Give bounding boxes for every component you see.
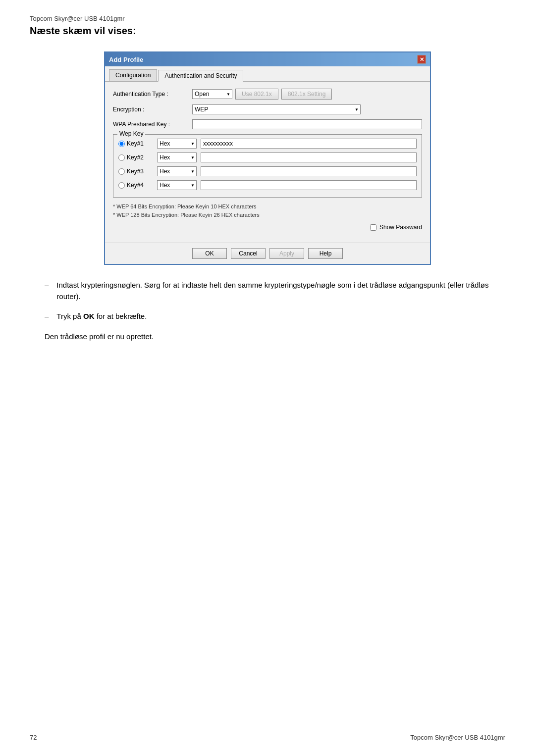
close-button[interactable]: ✕ [417, 55, 426, 64]
key4-value-input[interactable] [201, 180, 417, 190]
key1-value-input[interactable] [201, 139, 417, 149]
dialog-body: Authentication Type : Open Shared WPA WP… [105, 82, 430, 243]
bullet-dash-1: – [45, 280, 49, 302]
bullet2-post: for at bekræfte. [94, 312, 147, 320]
key2-text: Key#2 [127, 154, 144, 161]
key1-text: Key#1 [127, 140, 144, 147]
show-password-row: Show Passward [113, 224, 422, 231]
dialog-footer: OK Cancel Apply Help [105, 243, 430, 264]
dialog-titlebar: Add Profile ✕ [105, 52, 430, 66]
key1-radio[interactable] [118, 141, 125, 147]
setting-802-button[interactable]: 802.1x Setting [281, 89, 332, 100]
key3-label[interactable]: Key#3 [118, 168, 153, 175]
encryption-label: Encryption : [113, 106, 192, 113]
encryption-row: Encryption : None WEP TKIP AES [113, 104, 422, 114]
bullet2-pre: Tryk på [56, 312, 83, 320]
bullet-dash-2: – [45, 311, 49, 322]
key4-format-wrapper: Hex ASCII [157, 180, 197, 190]
key2-format-select[interactable]: Hex ASCII [157, 152, 197, 162]
auth-type-row: Authentication Type : Open Shared WPA WP… [113, 89, 422, 100]
auth-type-label: Authentication Type : [113, 91, 192, 98]
page-number: 72 [30, 734, 37, 741]
encryption-note: * WEP 64 Bits Encryption: Please Keyin 1… [113, 202, 422, 219]
key3-value-input[interactable] [201, 166, 417, 176]
page-header-top: Topcom Skyr@cer USB 4101gmr [30, 15, 505, 22]
key2-row: Key#2 Hex ASCII [118, 152, 417, 162]
show-password-label[interactable]: Show Passward [379, 224, 422, 231]
cancel-button[interactable]: Cancel [231, 248, 266, 259]
key1-label[interactable]: Key#1 [118, 140, 153, 147]
key2-value-input[interactable] [201, 152, 417, 162]
page-footer: 72 Topcom Skyr@cer USB 4101gmr [30, 724, 505, 741]
auth-type-controls: Open Shared WPA WPA-PSK Use 802.1x 802.1… [192, 89, 422, 100]
key3-radio[interactable] [118, 168, 125, 175]
dialog-title: Add Profile [109, 56, 143, 63]
key3-format-wrapper: Hex ASCII [157, 166, 197, 176]
key1-row: Key#1 Hex ASCII [118, 139, 417, 149]
auth-type-select[interactable]: Open Shared WPA WPA-PSK [192, 89, 232, 99]
add-profile-dialog: Add Profile ✕ Configuration Authenticati… [104, 51, 431, 265]
use-802-button[interactable]: Use 802.1x [235, 89, 278, 100]
key3-text: Key#3 [127, 168, 144, 175]
key3-row: Key#3 Hex ASCII [118, 166, 417, 176]
apply-button[interactable]: Apply [269, 248, 304, 259]
note-line1: * WEP 64 Bits Encryption: Please Keyin 1… [113, 202, 422, 211]
wep-group-title: Wep Key [117, 130, 145, 137]
tab-configuration[interactable]: Configuration [109, 69, 157, 81]
key4-row: Key#4 Hex ASCII [118, 180, 417, 190]
dialog-tabs: Configuration Authentication and Securit… [105, 66, 430, 82]
bullet-item-2: – Tryk på OK for at bekræfte. [45, 311, 490, 322]
key2-format-wrapper: Hex ASCII [157, 152, 197, 162]
note-line2: * WEP 128 Bits Encryption: Please Keyin … [113, 211, 422, 219]
key4-radio[interactable] [118, 182, 125, 189]
tab-authentication-security[interactable]: Authentication and Security [158, 70, 243, 82]
bullet-list: – Indtast krypteringsnøglen. Sørg for at… [45, 280, 490, 322]
auth-type-select-wrapper: Open Shared WPA WPA-PSK [192, 89, 232, 99]
content-body: – Indtast krypteringsnøglen. Sørg for at… [45, 280, 490, 341]
key4-text: Key#4 [127, 182, 144, 189]
wep-key-group: Wep Key Key#1 Hex ASCII [113, 134, 422, 198]
encryption-select-wrapper: None WEP TKIP AES [192, 104, 361, 114]
key4-format-select[interactable]: Hex ASCII [157, 180, 197, 190]
key4-label[interactable]: Key#4 [118, 182, 153, 189]
wpa-key-input[interactable] [192, 119, 422, 129]
wpa-key-controls [192, 119, 422, 129]
bullet-text-2: Tryk på OK for at bekræfte. [56, 311, 147, 322]
bullet2-bold: OK [83, 312, 95, 320]
encryption-select[interactable]: None WEP TKIP AES [192, 104, 361, 114]
wpa-key-row: WPA Preshared Key : [113, 119, 422, 129]
page-header-subtitle: Næste skæm vil vises: [30, 25, 505, 37]
ok-button[interactable]: OK [192, 248, 227, 259]
footer-product-name: Topcom Skyr@cer USB 4101gmr [410, 734, 505, 741]
key2-radio[interactable] [118, 154, 125, 161]
wpa-key-label: WPA Preshared Key : [113, 121, 192, 128]
key3-format-select[interactable]: Hex ASCII [157, 166, 197, 176]
key2-label[interactable]: Key#2 [118, 154, 153, 161]
conclusion-text: Den trådløse profil er nu oprettet. [45, 332, 490, 341]
encryption-controls: None WEP TKIP AES [192, 104, 422, 114]
help-button[interactable]: Help [308, 248, 343, 259]
show-password-checkbox[interactable] [370, 224, 376, 231]
bullet-item-1: – Indtast krypteringsnøglen. Sørg for at… [45, 280, 490, 302]
key1-format-select[interactable]: Hex ASCII [157, 139, 197, 149]
key1-format-wrapper: Hex ASCII [157, 139, 197, 149]
bullet-text-1: Indtast krypteringsnøglen. Sørg for at i… [56, 280, 490, 302]
